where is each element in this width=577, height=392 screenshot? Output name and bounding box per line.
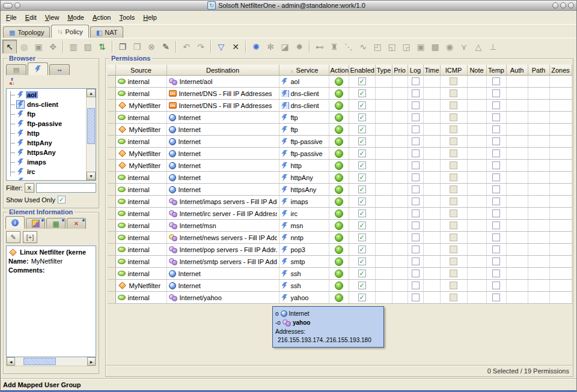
row-selector[interactable] — [108, 196, 115, 208]
column-header-service[interactable]: Service — [279, 65, 329, 76]
row-selector[interactable] — [108, 256, 115, 268]
palette-tab[interactable] — [26, 218, 45, 229]
filter-input[interactable] — [36, 183, 97, 193]
enabled-checkbox[interactable] — [358, 113, 366, 121]
menu-edit[interactable]: Edit — [21, 12, 41, 23]
row-selector[interactable] — [108, 280, 115, 292]
row-selector[interactable] — [108, 160, 115, 172]
temp-checkbox[interactable] — [492, 137, 500, 145]
row-selector[interactable] — [108, 244, 115, 256]
log-checkbox[interactable] — [412, 149, 420, 157]
expand-element-button[interactable]: [+] — [23, 231, 37, 243]
menu-view[interactable]: View — [41, 12, 64, 23]
row-selector[interactable] — [108, 172, 115, 184]
temp-checkbox[interactable] — [492, 222, 500, 229]
menu-file[interactable]: File — [2, 12, 21, 23]
log-checkbox[interactable] — [412, 210, 420, 217]
permission-row[interactable]: internalInternet/pop servers - Fill IP A… — [108, 244, 572, 256]
enabled-checkbox[interactable] — [358, 137, 366, 145]
enabled-checkbox[interactable] — [358, 210, 366, 217]
enabled-checkbox[interactable] — [358, 258, 366, 265]
element-info-scrollbar[interactable]: ◀ ▶ — [6, 357, 96, 366]
column-header-action[interactable]: Action — [329, 65, 349, 76]
row-selector[interactable] — [108, 124, 115, 136]
permission-row[interactable]: internalInternethttpsAny — [108, 184, 572, 196]
tree-item-http[interactable]: http — [7, 128, 86, 138]
scroll-left-icon[interactable]: ◀ — [7, 357, 15, 366]
tree-item-aol[interactable]: aol — [7, 90, 86, 100]
log-checkbox[interactable] — [412, 113, 420, 121]
menu-help[interactable]: Help — [139, 12, 161, 23]
temp-checkbox[interactable] — [492, 258, 500, 265]
row-selector[interactable] — [108, 208, 115, 220]
show-used-checkbox[interactable] — [58, 196, 66, 204]
permission-row[interactable]: internalInternetftp-passive — [108, 136, 572, 148]
menu-tools[interactable]: Tools — [115, 12, 139, 23]
row-selector[interactable] — [108, 232, 115, 244]
column-header-temp[interactable]: Temp — [486, 65, 506, 76]
hscrollbar-thumb[interactable] — [23, 358, 56, 365]
info-tab[interactable] — [5, 216, 25, 229]
log-checkbox[interactable] — [412, 234, 420, 241]
permission-row[interactable]: MyNetfilterInternethttp — [108, 160, 572, 172]
temp-checkbox[interactable] — [492, 294, 500, 301]
menu-action[interactable]: Action — [88, 12, 115, 23]
column-header-zones[interactable]: Zones — [549, 65, 572, 76]
permission-row[interactable]: MyNetfilterInternetssh — [108, 280, 572, 292]
column-header-destination[interactable]: Destination — [166, 65, 279, 76]
row-selector[interactable] — [108, 220, 115, 232]
temp-checkbox[interactable] — [492, 270, 500, 277]
permission-row[interactable]: internalInternet/aolaol — [108, 76, 572, 88]
connections-tab[interactable] — [67, 218, 86, 229]
scroll-down-icon[interactable]: ▼ — [87, 172, 96, 180]
tree-item-irc[interactable]: irc — [7, 167, 86, 176]
permission-row[interactable]: MyNetfilterInternet/DNS - Fill IP Addres… — [108, 100, 572, 112]
row-selector[interactable] — [108, 112, 115, 124]
row-selector[interactable] — [108, 88, 115, 100]
table-tab[interactable] — [46, 218, 66, 229]
tree-item-ftp[interactable]: ftp — [7, 109, 86, 119]
column-header-log[interactable]: Log — [408, 65, 423, 76]
enabled-checkbox[interactable] — [358, 294, 366, 301]
enabled-checkbox[interactable] — [358, 282, 366, 289]
log-checkbox[interactable] — [412, 294, 420, 301]
log-checkbox[interactable] — [412, 89, 420, 97]
permission-row[interactable]: internalInternet/news servers - Fill IP … — [108, 232, 572, 244]
clear-filter-button[interactable]: ✕ — [228, 40, 243, 54]
sort-alpha-button[interactable] — [7, 76, 17, 87]
temp-checkbox[interactable] — [492, 234, 500, 241]
edit-button[interactable]: ✎ — [159, 40, 173, 54]
column-header-path[interactable]: Path — [528, 65, 549, 76]
column-header-note[interactable]: Note — [467, 65, 486, 76]
temp-checkbox[interactable] — [492, 101, 500, 109]
temp-checkbox[interactable] — [492, 210, 500, 217]
log-checkbox[interactable] — [412, 246, 420, 253]
permission-row[interactable]: internalInternetftp — [108, 112, 572, 124]
column-header-enabled[interactable]: Enabled — [349, 65, 375, 76]
enabled-checkbox[interactable] — [358, 198, 366, 205]
tab-nat[interactable]: NAT — [90, 26, 124, 38]
column-header-type[interactable]: Type — [375, 65, 392, 76]
menu-mode[interactable]: Mode — [63, 12, 88, 23]
enabled-checkbox[interactable] — [358, 173, 366, 181]
tree-item-dns-client[interactable]: dns-client — [7, 100, 86, 109]
log-checkbox[interactable] — [412, 222, 420, 229]
log-checkbox[interactable] — [412, 258, 420, 265]
tree-item-imaps[interactable]: imaps — [7, 157, 86, 167]
temp-checkbox[interactable] — [492, 89, 500, 97]
permission-row[interactable]: MyNetfilterInternetftp-passive — [108, 148, 572, 160]
temp-checkbox[interactable] — [492, 173, 500, 181]
temp-checkbox[interactable] — [492, 185, 500, 193]
temp-checkbox[interactable] — [492, 282, 500, 289]
column-header-selector[interactable] — [108, 65, 115, 76]
filter-button[interactable]: ▽ — [214, 40, 228, 54]
permission-row[interactable]: internalInternet/imaps servers - Fill IP… — [108, 196, 572, 208]
log-checkbox[interactable] — [412, 173, 420, 181]
column-header-auth[interactable]: Auth — [506, 65, 528, 76]
temp-checkbox[interactable] — [492, 198, 500, 205]
enabled-checkbox[interactable] — [358, 161, 366, 169]
enabled-checkbox[interactable] — [358, 246, 366, 253]
window-shade-button[interactable] — [14, 2, 20, 8]
log-checkbox[interactable] — [412, 198, 420, 205]
edit-element-button[interactable]: ✎ — [6, 231, 20, 243]
